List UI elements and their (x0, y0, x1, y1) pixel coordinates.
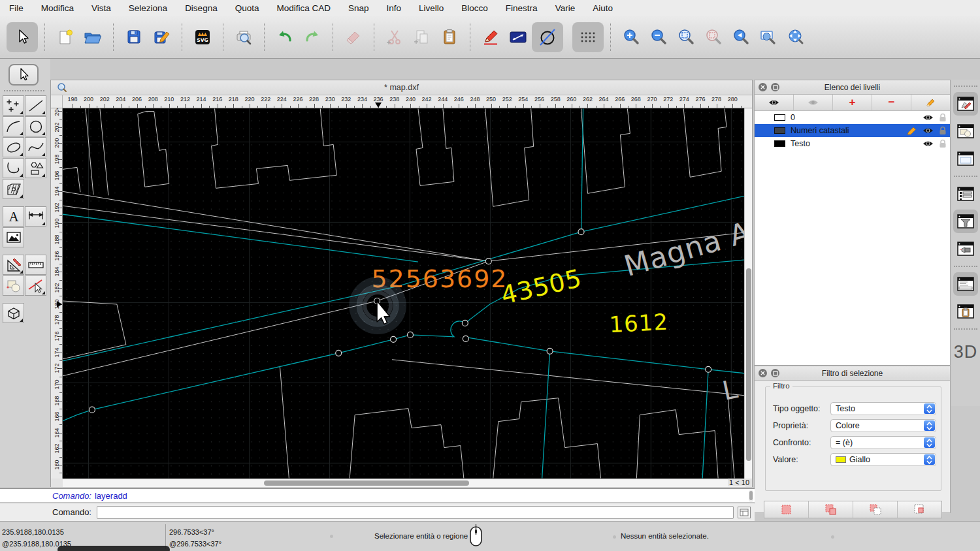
dimension-tool-button[interactable] (504, 22, 532, 52)
save-as-button[interactable] (148, 22, 175, 52)
visibility-eye-icon[interactable] (923, 114, 934, 121)
layer-list-panel-button[interactable] (953, 182, 978, 206)
lock-icon[interactable] (939, 113, 947, 122)
menu-item-seleziona[interactable]: Seleziona (129, 3, 167, 13)
menu-item-varie[interactable]: Varie (555, 3, 576, 13)
vertex-node[interactable] (407, 332, 413, 338)
print-preview-button[interactable] (230, 22, 257, 52)
grid-toggle-button[interactable] (572, 22, 604, 52)
vertex-node[interactable] (706, 366, 711, 372)
boolean-tool[interactable] (3, 276, 24, 296)
mode-3d-label[interactable]: 3D (954, 342, 978, 362)
zoom-window-button[interactable] (755, 22, 782, 52)
zoom-extents-button[interactable] (672, 22, 700, 52)
horizontal-scroll-thumb[interactable] (264, 480, 469, 486)
collapse-panel-button[interactable] (771, 83, 779, 91)
collapse-panel-button[interactable] (771, 369, 779, 377)
stepper-chevrons-icon[interactable] (924, 420, 935, 431)
polygon-tool[interactable] (25, 158, 46, 178)
select-mode-subtract-button[interactable] (853, 501, 898, 518)
new-file-button[interactable] (52, 22, 79, 52)
edit-layer-button[interactable] (911, 95, 950, 110)
show-layer-button[interactable] (755, 95, 794, 110)
keypad-button[interactable] (738, 507, 751, 518)
measure-tool[interactable] (25, 255, 46, 275)
box-3d-tool[interactable] (3, 303, 24, 323)
vertex-node[interactable] (578, 229, 584, 235)
redo-button[interactable] (299, 22, 326, 52)
visibility-eye-icon[interactable] (923, 127, 934, 134)
visibility-eye-icon[interactable] (923, 140, 934, 148)
document-title-bar[interactable]: * map.dxf (51, 80, 752, 95)
erase-button[interactable] (340, 22, 367, 52)
drawing-canvas[interactable]: 52563692435051612Magna AL (63, 108, 744, 479)
text-tool[interactable]: A (3, 206, 24, 227)
image-tool[interactable] (3, 227, 24, 247)
lock-icon[interactable] (939, 126, 947, 135)
filter-select-3[interactable]: = (è) (830, 436, 936, 449)
spline-tool[interactable] (25, 137, 46, 157)
line-tool[interactable] (25, 95, 46, 116)
close-panel-button[interactable] (759, 369, 767, 377)
copy-button[interactable] (408, 22, 436, 52)
shapes-panel-button[interactable] (953, 119, 978, 143)
circle-tool[interactable] (25, 116, 46, 136)
vertex-node[interactable] (391, 336, 397, 342)
save-button[interactable] (120, 22, 148, 52)
open-file-button[interactable] (79, 22, 106, 52)
pan-button[interactable] (782, 22, 809, 52)
command-input[interactable] (97, 506, 734, 519)
menu-item-vista[interactable]: Vista (91, 3, 111, 13)
ortho-circle-toggle-button[interactable] (532, 22, 563, 52)
add-layer-button[interactable]: + (833, 95, 872, 110)
select-mode-replace-button[interactable] (764, 501, 809, 518)
drawing-tools-panel-button[interactable] (953, 92, 978, 116)
close-panel-button[interactable] (759, 83, 767, 91)
stepper-chevrons-icon[interactable] (924, 437, 935, 448)
arc-tool[interactable] (3, 116, 24, 136)
filter-select-2[interactable]: Colore (830, 419, 936, 432)
canvas-vertical-scrollbar[interactable] (744, 108, 752, 479)
svg-export-button[interactable]: SVG (189, 22, 216, 52)
trim-tool[interactable] (25, 276, 46, 296)
hatch-tool[interactable] (3, 179, 24, 199)
menu-item-aiuto[interactable]: Aiuto (593, 3, 613, 13)
map-text-label[interactable]: 1612 (609, 309, 669, 338)
vertex-node[interactable] (463, 336, 468, 341)
menu-item-disegna[interactable]: Disegna (185, 3, 218, 13)
select-mode-intersect-button[interactable] (898, 501, 941, 518)
select-mode-add-button[interactable] (809, 501, 853, 518)
menu-item-info[interactable]: Info (387, 3, 402, 13)
zoom-out-button[interactable] (645, 22, 672, 52)
menu-item-modifica[interactable]: Modifica (41, 3, 74, 13)
points-tool[interactable] (3, 95, 24, 116)
zoom-previous-button[interactable] (727, 22, 755, 52)
menu-item-livello[interactable]: Livello (419, 3, 444, 13)
palette-select-tool[interactable] (8, 64, 39, 86)
menu-item-snap[interactable]: Snap (348, 3, 369, 13)
menu-item-blocco[interactable]: Blocco (461, 3, 488, 13)
zoom-in-button[interactable] (617, 22, 645, 52)
remove-layer-button[interactable]: − (872, 95, 911, 110)
hide-layer-button[interactable] (794, 95, 833, 110)
vertex-node[interactable] (89, 407, 95, 413)
filter-select-4[interactable]: Giallo (830, 453, 936, 466)
menu-item-quota[interactable]: Quota (235, 3, 259, 13)
stepper-chevrons-icon[interactable] (924, 454, 935, 465)
layer-row-testo[interactable]: Testo (755, 137, 950, 150)
select-tool-button[interactable] (7, 22, 38, 52)
dimension-tool[interactable] (25, 206, 46, 227)
selection-filter-panel-button[interactable] (953, 210, 978, 233)
polyline-tool[interactable] (3, 158, 24, 178)
vertex-node[interactable] (462, 320, 468, 326)
filter-select-1[interactable]: Testo (830, 402, 936, 415)
clipboard-panel-button[interactable] (953, 300, 978, 323)
construction-tool[interactable] (3, 255, 24, 275)
properties-panel-button[interactable] (953, 147, 978, 170)
inspector-panel-button[interactable] (953, 237, 978, 260)
cut-button[interactable] (381, 22, 408, 52)
menu-item-finestra[interactable]: Finestra (506, 3, 538, 13)
paste-button[interactable] (436, 22, 463, 52)
command-panel-button[interactable] (953, 272, 978, 296)
stepper-chevrons-icon[interactable] (924, 403, 935, 414)
